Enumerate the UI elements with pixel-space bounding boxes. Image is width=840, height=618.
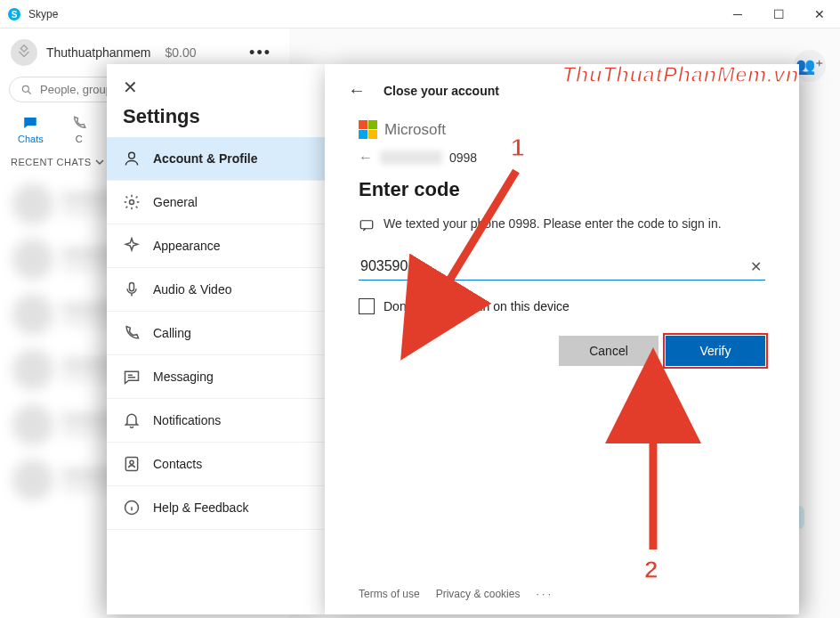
tab-calls[interactable]: C [70,115,88,144]
content-title: Close your account [384,84,499,98]
close-window-button[interactable]: ✕ [799,0,840,28]
settings-item-audio-video[interactable]: Audio & Video [107,268,325,312]
settings-item-label: Contacts [153,457,202,471]
tab-calls-label: C [76,134,83,144]
contacts-icon [123,455,141,473]
settings-item-label: Account & Profile [153,151,257,166]
settings-item-help[interactable]: Help & Feedback [107,486,325,530]
watermark: ThuThuatPhanMem.vn [562,62,799,87]
back-arrow-icon: ← [359,150,373,166]
info-icon [123,499,141,516]
settings-item-label: Help & Feedback [153,500,248,515]
svg-point-3 [129,152,135,159]
verify-message: We texted your phone 0998. Please enter … [384,215,722,239]
search-icon [20,84,33,96]
footer-more[interactable]: · · · [536,588,551,600]
bell-icon [123,411,141,429]
minimize-button[interactable]: ─ [717,0,758,28]
dont-ask-label: Don't ask me again on this device [384,299,569,313]
phone-icon [70,115,88,131]
user-balance: $0.00 [166,45,197,60]
clear-input-button[interactable]: ✕ [750,258,762,275]
skype-icon: S [7,7,21,21]
svg-rect-9 [360,221,373,229]
settings-item-label: Calling [153,326,191,340]
message-icon [123,368,141,386]
terms-link[interactable]: Terms of use [359,588,420,600]
settings-title: Settings [107,98,325,137]
chat-icon [21,115,39,131]
svg-rect-5 [130,283,134,291]
svg-point-7 [130,460,133,464]
privacy-link[interactable]: Privacy & cookies [436,588,521,600]
settings-item-account[interactable]: Account & Profile [107,137,325,181]
chevron-down-icon [95,158,104,167]
microsoft-brand-text: Microsoft [384,121,446,139]
microphone-icon [123,281,141,298]
svg-text:S: S [12,10,18,20]
account-masked [380,150,442,165]
phone-icon [123,324,141,342]
enter-code-heading: Enter code [359,178,765,201]
window-titlebar: S Skype ─ ☐ ✕ [0,0,840,28]
user-avatar[interactable] [11,39,37,66]
settings-item-label: Notifications [153,413,221,427]
app-title: Skype [28,8,58,20]
settings-item-messaging[interactable]: Messaging [107,355,325,399]
settings-item-label: General [153,195,198,209]
cancel-button[interactable]: Cancel [559,336,658,366]
content-panel: ← Close your account Microsoft ← 0998 En… [325,64,799,614]
code-value: 9035901 [360,258,416,273]
svg-point-2 [22,85,28,92]
profile-more-icon[interactable]: ••• [249,44,279,62]
maximize-button[interactable]: ☐ [758,0,799,28]
gear-icon [123,193,141,211]
person-icon [123,150,141,167]
tab-chats[interactable]: Chats [18,115,44,144]
settings-item-label: Appearance [153,239,221,253]
tab-chats-label: Chats [18,134,44,144]
account-breadcrumb[interactable]: ← 0998 [359,150,765,166]
sparkle-icon [123,237,141,255]
settings-item-appearance[interactable]: Appearance [107,224,325,268]
close-settings-button[interactable]: ✕ [107,64,325,98]
dont-ask-checkbox[interactable] [359,298,375,314]
user-name: Thuthuatphanmem [46,45,151,60]
settings-panel: ✕ Settings Account & Profile General App… [107,64,325,614]
settings-item-label: Audio & Video [153,282,231,297]
verify-button[interactable]: Verify [666,336,765,366]
settings-item-notifications[interactable]: Notifications [107,399,325,443]
settings-item-general[interactable]: General [107,181,325,224]
settings-item-calling[interactable]: Calling [107,312,325,355]
microsoft-logo: Microsoft [359,120,765,139]
code-input[interactable]: 9035901 [359,255,765,281]
settings-item-contacts[interactable]: Contacts [107,443,325,486]
svg-point-4 [130,200,134,205]
settings-item-label: Messaging [153,370,214,384]
back-button[interactable]: ← [348,80,366,101]
account-suffix: 0998 [449,150,477,165]
sms-icon [359,217,375,239]
